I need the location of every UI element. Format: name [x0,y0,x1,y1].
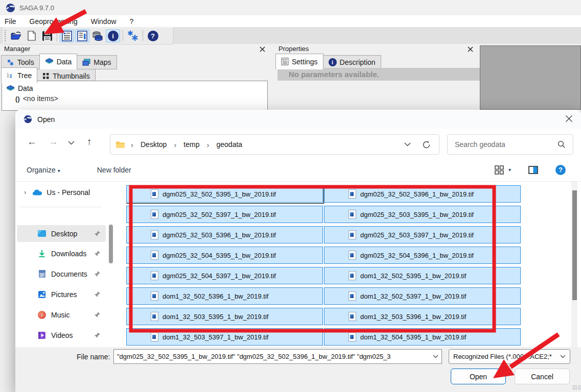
cloud-icon [32,189,42,196]
empty-group-icon: () [15,95,20,103]
show-info-button[interactable]: i [106,29,120,42]
tif-file-icon [151,230,158,239]
file-item[interactable]: dom1_32_503_5396_1_bw_2019.tif [324,308,521,325]
no-parameters-message: No parameters available. [277,68,484,81]
file-item[interactable]: dgm025_32_504_5397_1_bw_2019.tif [126,267,323,284]
resize-grip[interactable]: ◫◫ [572,384,581,390]
open-dialog-title: Open [37,115,55,124]
tab-tree[interactable]: Tree [1,67,37,83]
save-button[interactable] [40,29,54,42]
sidebar-item-documents[interactable]: Documents [17,265,106,282]
file-item[interactable]: dom1_32_502_5395_1_bw_2019.tif [324,267,521,284]
sidebar-item-pictures[interactable]: Pictures [17,286,106,303]
tif-file-icon [348,271,356,280]
tree-node-data[interactable]: Data [6,84,267,92]
file-name: dgm025_32_503_5395_1_bw_2019.tif [360,211,474,218]
sidebar-item-music[interactable]: ♪ Music [17,306,106,323]
pictures-icon [38,290,46,299]
saga-titlebar: SAGA 9.7.0 [0,0,581,15]
sidebar-item-label: Music [51,311,70,319]
sidebar-item-videos[interactable]: Videos [17,327,106,344]
open-button[interactable]: Open [451,369,506,384]
pin-icon [94,332,101,338]
data-source-view-icon [92,31,103,41]
sidebar-item-downloads[interactable]: Downloads [17,245,106,262]
preview-pane-icon[interactable] [528,166,538,174]
file-type-select[interactable]: Recognized Files (*.000;*.ACE2;* [449,349,570,364]
tools-icon [7,59,14,66]
tab-settings-label: Settings [292,58,318,66]
toolbar-grip[interactable] [4,30,7,42]
refresh-icon[interactable] [422,140,431,149]
recent-locations-chevron-icon[interactable] [68,141,75,145]
file-item[interactable]: dgm025_32_502_5397_1_bw_2019.tif [126,206,323,223]
tab-settings[interactable]: Settings [275,54,323,69]
breadcrumb-desktop[interactable]: Desktop [139,140,168,149]
tif-file-icon [151,332,158,341]
file-name-input[interactable]: "dgm025_32_502_5395_1_bw_2019.tif" "dgm0… [113,349,442,364]
back-icon[interactable]: ← [27,136,37,148]
sidebar-item-desktop[interactable]: Desktop [17,225,106,242]
dialog-body: › Us - Personal [15,182,581,347]
file-item[interactable]: dom1_32_502_5397_1_bw_2019.tif [324,287,521,305]
view-mode-button[interactable]: ▾ [495,165,511,175]
file-item[interactable]: dgm025_32_502_5396_1_bw_2019.tif [324,185,521,203]
file-item[interactable]: dom1_32_503_5395_1_bw_2019.tif [126,308,323,325]
tab-tree-label: Tree [17,71,32,80]
file-item[interactable]: dgm025_32_504_5396_1_bw_2019.tif [324,247,521,264]
file-item[interactable]: dgm025_32_503_5397_1_bw_2019.tif [324,226,521,243]
file-item[interactable]: dom1_32_504_5395_1_bw_2019.tif [324,328,521,346]
address-bar[interactable]: › Desktop › temp › geodata [110,134,439,155]
help-icon: ? [148,31,158,41]
new-folder-button[interactable]: New folder [97,166,131,174]
folder-icon [115,141,125,149]
dialog-close-icon[interactable] [565,115,573,122]
breadcrumb-geodata[interactable]: geodata [215,140,244,149]
tab-data-label: Data [57,58,72,66]
file-item[interactable]: dgm025_32_504_5395_1_bw_2019.tif [126,247,323,264]
file-type-dropdown-chevron-icon[interactable] [560,355,566,358]
properties-close-icon[interactable] [468,46,473,52]
search-input[interactable]: Search geodata [447,134,573,155]
properties-view-icon [77,31,87,41]
show-manager-button[interactable] [60,29,74,42]
organize-button[interactable]: Organize ▾ [27,166,60,174]
menu-window[interactable]: Window [91,17,117,26]
sidebar-scrollbar[interactable] [109,225,113,263]
expand-chevron-icon[interactable]: › [24,188,26,196]
file-name-dropdown-chevron-icon[interactable] [433,355,438,358]
tif-file-icon [348,291,356,301]
tool-chains-button[interactable] [126,29,140,42]
dialog-footer: File name: "dgm025_32_502_5395_1_bw_2019… [15,347,581,392]
search-icon[interactable] [557,140,566,149]
tab-description[interactable]: i Description [323,55,381,69]
open-dialog-titlebar: Open [15,110,581,129]
sidebar-item-onedrive[interactable]: › Us - Personal [17,184,106,201]
menubar: File Geoprocessing Window ? [0,15,581,27]
show-properties-button[interactable] [75,29,89,42]
thumbnails-icon [42,72,50,80]
file-item[interactable]: dom1_32_503_5397_1_bw_2019.tif [126,328,323,346]
file-item[interactable]: dgm025_32_503_5396_1_bw_2019.tif [126,226,323,243]
file-item[interactable]: dom1_32_502_5396_1_bw_2019.tif [126,287,323,305]
file-list-scrollbar-thumb[interactable] [572,190,577,300]
tab-data[interactable]: Data [39,54,78,69]
manager-close-icon[interactable] [260,46,265,52]
dialog-help-icon[interactable]: ? [555,165,566,175]
file-item[interactable]: dgm025_32_502_5395_1_bw_2019.tif [126,185,323,203]
menu-file[interactable]: File [5,17,16,26]
menu-help[interactable]: ? [130,17,134,26]
open-file-button[interactable] [9,29,24,42]
help-button[interactable]: ? [146,29,160,42]
new-document-button[interactable] [25,29,39,42]
cancel-button[interactable]: Cancel [515,369,570,384]
show-data-source-button[interactable] [90,29,105,42]
file-type-value: Recognized Files (*.000;*.ACE2;* [453,353,558,360]
menu-geoprocessing[interactable]: Geoprocessing [30,17,78,26]
up-icon[interactable]: ↑ [87,136,92,148]
info-icon: i [108,31,119,41]
sidebar-item-label: Us - Personal [47,188,90,197]
address-dropdown-chevron-icon[interactable] [404,142,411,146]
file-item[interactable]: dgm025_32_503_5395_1_bw_2019.tif [324,206,521,223]
breadcrumb-temp[interactable]: temp [182,140,201,149]
